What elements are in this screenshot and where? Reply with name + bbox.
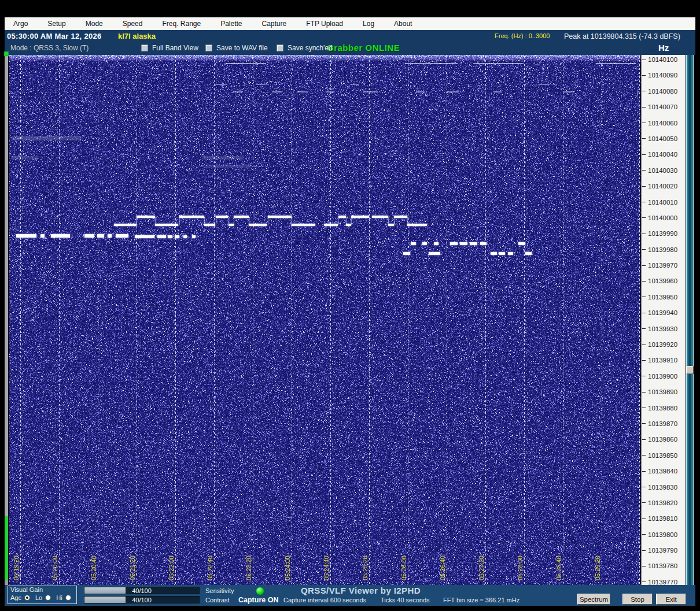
freq-tick-label: 10139880 [642,404,677,412]
status-bar: Visual Gain AgcLoHi 40/100 40/100 Sensit… [5,585,695,606]
freq-tick-label: 10139820 [642,499,677,507]
freq-tick-label: 10139970 [642,261,677,269]
freq-tick-label: 10140080 [642,87,677,95]
menu-bar: ArgoSetupModeSpeedFreq. RangePaletteCapt… [5,17,695,30]
slider-thumb[interactable] [686,366,694,374]
freq-tick-label: 10139940 [642,309,677,317]
app-title: QRSS/VLF Viewer by I2PHD [301,586,421,595]
freq-tick-label: 10139990 [642,229,677,238]
visual-gain-radios: AgcLoHi [10,594,76,601]
exit-button[interactable]: Exit [656,594,686,605]
radio-label-hi: Hi [56,594,62,601]
menu-item-freq-range[interactable]: Freq. Range [158,18,209,29]
radio-agc[interactable] [24,595,30,601]
frequency-scroll-slider[interactable] [686,55,694,585]
menu-item-speed[interactable]: Speed [119,18,151,29]
checkbox-save-synch-ed-label: Save synch'ed [288,44,333,52]
axis-unit-label: Hz [658,43,669,53]
menu-item-argo[interactable]: Argo [9,18,36,29]
stop-button[interactable]: Stop [622,594,653,605]
freq-tick-label: 10139850 [642,451,677,460]
freq-tick-label: 10140100 [642,55,677,64]
menu-item-log[interactable]: Log [359,18,382,29]
visual-gain-group: Visual Gain AgcLoHi [8,586,77,604]
freq-tick-label: 10140000 [642,214,677,222]
radio-hi[interactable] [65,595,71,601]
freq-tick-label: 10140070 [642,103,677,111]
freq-tick-label: 10139910 [642,356,677,364]
freq-tick-label: 10140090 [642,71,677,79]
freq-tick-label: 10139980 [642,246,677,254]
sensitivity-label: Sensitivity [205,587,234,594]
sensitivity-slider[interactable]: 40/100 [84,587,200,594]
freq-tick-label: 10139920 [642,340,677,349]
title-strip: 05:30:00 AM Mar 12, 2026 kl7l alaska Fre… [5,30,695,42]
contrast-value: 40/100 [84,597,199,603]
grabber-status: Grabber ONLINE [327,43,400,53]
freq-tick-label: 10139900 [642,372,677,380]
radio-label-agc: Agc [10,594,21,601]
freq-tick-label: 10139930 [642,325,677,333]
freq-tick-label: 10140020 [642,182,677,190]
contrast-label: Contrast [205,597,230,603]
mode-strip: Mode : QRSS 3, Slow (T) Grabber ONLINE H… [5,42,695,55]
argo-window: ArgoSetupModeSpeedFreq. RangePaletteCapt… [0,0,700,611]
ticks-label: Ticks 40 seconds [381,597,430,603]
menu-item-ftp-upload[interactable]: FTP Upload [302,18,351,29]
freq-tick-label: 10139860 [642,435,677,443]
fft-bin-label: FFT bin size = 366.21 mHz [443,597,520,603]
checkbox-save-synch-ed[interactable] [277,45,283,51]
freq-tick-label: 10140030 [642,166,677,175]
frequency-axis: 1014010010140090101400801014007010140060… [641,55,686,585]
menu-item-capture[interactable]: Capture [258,18,295,29]
capture-progress-bar [5,55,8,585]
datetime-label: 05:30:00 AM Mar 12, 2026 [7,32,102,40]
station-label: kl7l alaska [118,32,156,40]
freq-tick-label: 10139810 [642,514,677,523]
contrast-slider[interactable]: 40/100 [84,596,200,603]
mode-label: Mode : QRSS 3, Slow (T) [10,44,89,52]
spectrum-button[interactable]: Spectrum [577,594,610,605]
visual-gain-title: Visual Gain [10,586,43,593]
radio-lo[interactable] [45,595,51,601]
menu-item-mode[interactable]: Mode [82,18,111,29]
checkbox-save-to-wav-file[interactable] [205,45,212,51]
capture-status-label: Capture ON [238,596,278,604]
capture-indicator-square [4,51,9,56]
capture-progress-fill [5,516,8,580]
radio-label-lo: Lo [35,594,42,601]
freq-tick-label: 10139870 [642,420,677,428]
freq-tick-label: 10139890 [642,388,677,396]
freq-tick-label: 10139960 [642,277,677,285]
freq-tick-label: 10139840 [642,467,677,475]
peak-readout: Peak at 10139804.315 (-74.3 dBFS) [564,32,680,40]
freq-tick-label: 10140040 [642,150,677,158]
freq-range-label: Freq. (Hz) : 0..3000 [495,32,550,39]
freq-tick-label: 10140050 [642,135,677,143]
freq-tick-label: 10139950 [642,293,677,301]
freq-tick-label: 10140060 [642,119,677,127]
menu-item-palette[interactable]: Palette [216,18,250,29]
freq-tick-label: 10140010 [642,198,677,206]
checkbox-save-to-wav-file-label: Save to WAV file [216,44,268,52]
sensitivity-value: 40/100 [84,587,199,594]
capture-interval-label: Capture interval 600 seconds [283,597,366,603]
capture-led [256,587,264,595]
freq-tick-label: 10139800 [642,531,677,539]
checkbox-full-band-view[interactable] [141,45,148,51]
freq-tick-label: 10139830 [642,483,677,491]
menu-item-setup[interactable]: Setup [43,18,73,29]
freq-tick-label: 10139790 [642,546,677,554]
freq-tick-label: 10139780 [642,562,677,570]
freq-tick-label: 10139770 [642,578,677,585]
menu-item-about[interactable]: About [390,18,420,29]
checkbox-full-band-view-label: Full Band View [152,44,198,52]
waterfall-display [9,55,640,585]
